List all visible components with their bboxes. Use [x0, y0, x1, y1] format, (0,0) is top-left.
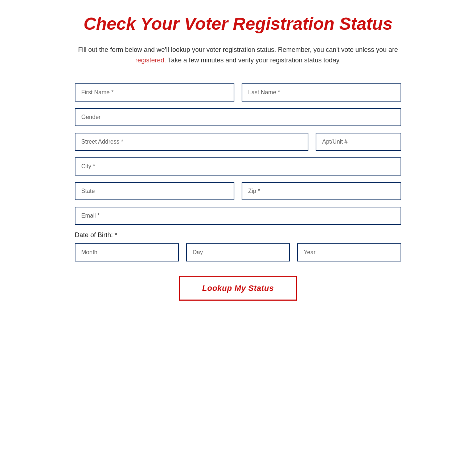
last-name-input[interactable] [242, 83, 401, 102]
state-zip-row [75, 182, 401, 200]
year-input[interactable] [297, 243, 401, 261]
address-row [75, 133, 401, 151]
page-description: Fill out the form below and we'll lookup… [75, 45, 401, 66]
zip-input[interactable] [242, 182, 401, 200]
dob-section: Date of Birth: * [75, 231, 401, 261]
email-row [75, 207, 401, 225]
page-container: Check Your Voter Registration Status Fil… [75, 15, 401, 301]
street-address-input[interactable] [75, 133, 308, 151]
lookup-status-button[interactable]: Lookup My Status [179, 276, 296, 301]
page-title: Check Your Voter Registration Status [75, 15, 401, 34]
dob-row [75, 243, 401, 261]
apt-unit-input[interactable] [316, 133, 401, 151]
dob-label: Date of Birth: * [75, 231, 401, 239]
description-part2: Take a few minutes and verify your regis… [168, 57, 341, 64]
submit-section: Lookup My Status [75, 276, 401, 301]
day-input[interactable] [186, 243, 290, 261]
registered-link[interactable]: registered. [135, 57, 166, 64]
city-row [75, 157, 401, 176]
state-input[interactable] [75, 182, 234, 200]
gender-input[interactable] [75, 108, 401, 126]
registration-form: Date of Birth: * [75, 83, 401, 261]
email-input[interactable] [75, 207, 401, 225]
description-part1: Fill out the form below and we'll lookup… [78, 46, 398, 53]
city-input[interactable] [75, 157, 401, 176]
name-row [75, 83, 401, 102]
gender-row [75, 108, 401, 126]
first-name-input[interactable] [75, 83, 234, 102]
month-input[interactable] [75, 243, 179, 261]
